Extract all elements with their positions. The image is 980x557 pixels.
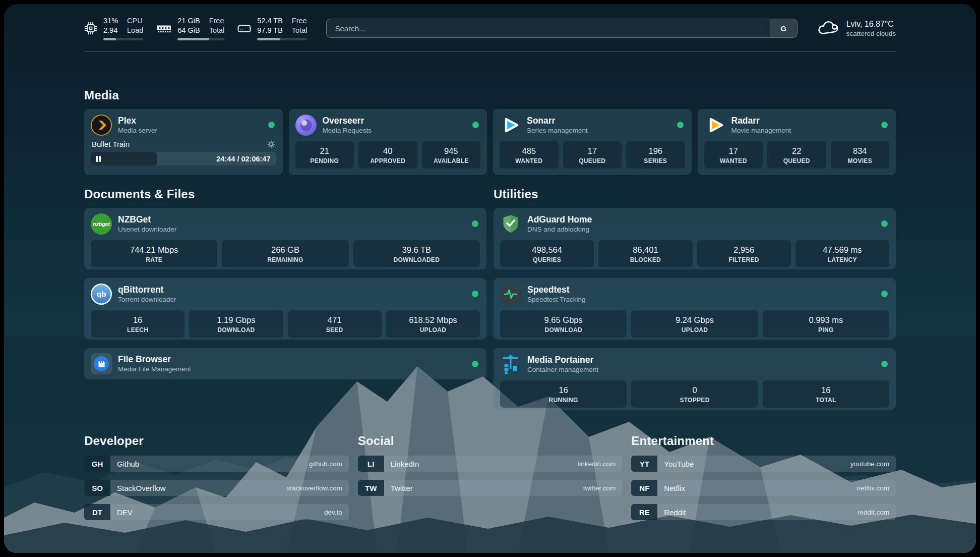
playback-progress-bar[interactable]: 24:44 / 02:06:47 [91,152,276,165]
cpu-load-label: Load [127,26,143,35]
bookmark-name: StackOverflow [117,484,166,492]
service-name: File Browser [118,354,191,365]
memory-free-value: 21 GiB [177,16,200,26]
stat-filtered: 2,956 FILTERED [697,240,791,267]
section-title-media: Media [84,88,896,102]
cpu-label: CPU [127,16,143,26]
stat-wanted: 17 WANTED [704,141,763,169]
memory-total-label: Total [209,26,225,35]
weather-condition: scattered clouds [846,29,896,38]
section-title-documents: Documents & Files [84,187,486,201]
card-nzbget[interactable]: nzbget NZBGet Usenet downloader 744.21 M… [84,208,486,269]
bookmark-netflix[interactable]: NF Netflix netflix.com [631,480,896,496]
card-qbittorrent[interactable]: qb qBittorrent Torrent downloader 16 LEE… [84,278,486,340]
stat-queries: 498,564 QUERIES [500,240,594,267]
service-name: qBittorrent [118,284,176,295]
bookmark-abbr: TW [358,480,384,496]
pause-icon[interactable] [96,156,101,162]
bookmark-name: Netflix [664,484,685,492]
cpu-widget: 31% 2.94 CPU Load [84,16,143,40]
disk-total-label: Total [292,26,308,35]
portainer-icon [500,354,521,375]
service-desc: Speedtest Tracking [527,295,586,304]
service-desc: Series management [527,126,588,135]
stat-stopped: 0 STOPPED [631,380,758,408]
top-bar: 31% 2.94 CPU Load [84,4,896,40]
now-playing-title: Bullet Train [92,140,130,148]
stat-pending: 21 PENDING [295,141,354,169]
disk-widget: 52.4 TB 97.9 TB Free Total [237,16,307,40]
stat-ping: 0.993 ms PING [763,310,889,338]
bookmark-twitter[interactable]: TW Twitter twitter.com [358,480,623,496]
service-desc: Media Requests [323,126,372,135]
card-adguard[interactable]: AdGuard Home DNS and adblocking 498,564 … [494,208,896,269]
card-sonarr[interactable]: Sonarr Series management 485 WANTED 17 Q… [493,109,692,175]
memory-total-value: 64 GiB [177,26,200,35]
bookmark-stackoverflow[interactable]: SO StackOverflow stackoverflow.com [84,480,349,496]
card-radarr[interactable]: Radarr Movie management 17 WANTED 22 QUE… [698,109,896,175]
stat-remaining: 266 GB REMAINING [222,240,348,267]
bookmark-abbr: NF [631,480,657,496]
service-name: NZBGet [118,214,176,225]
gear-icon[interactable] [267,140,275,148]
dashboard-screen: 31% 2.94 CPU Load [4,4,976,553]
memory-free-label: Free [209,16,225,26]
bookmark-github[interactable]: GH Github github.com [84,456,349,472]
disk-progress-track [257,38,307,40]
card-speedtest[interactable]: Speedtest Speedtest Tracking 9.65 Gbps D… [494,278,896,340]
bookmark-url: twitter.com [583,484,616,492]
stat-downloaded: 39.6 TB DOWNLOADED [353,240,480,267]
bookmark-linkedin[interactable]: LI LinkedIn linkedin.com [358,456,623,472]
stat-approved: 40 APPROVED [358,141,417,169]
filebrowser-icon [91,353,112,374]
search-input[interactable] [327,19,769,37]
service-desc: Movie management [731,126,791,135]
bookmark-url: stackoverflow.com [286,484,342,492]
sonarr-icon [500,115,521,136]
bookmark-abbr: YT [631,456,657,472]
card-plex[interactable]: Plex Media server Bullet Train [84,109,283,175]
bookmark-name: Github [117,460,139,468]
status-dot [881,291,888,297]
bookmark-reddit[interactable]: RE Reddit reddit.com [631,504,896,520]
stat-available: 945 AVAILABLE [422,141,481,169]
bookmark-dev[interactable]: DT DEV dev.to [84,504,349,520]
card-portainer[interactable]: Media Portainer Container management 16 … [494,348,896,410]
card-overseerr[interactable]: Overseerr Media Requests 21 PENDING 40 A… [289,109,487,175]
section-title-utilities: Utilities [494,187,896,201]
stat-download: 9.65 Gbps DOWNLOAD [500,310,627,338]
stat-series: 196 SERIES [626,141,685,169]
stat-upload: 618.52 Mbps UPLOAD [386,310,480,338]
status-dot [472,122,479,128]
status-dot [472,220,478,227]
card-filebrowser[interactable]: File Browser Media File Management [84,348,486,379]
bookmark-abbr: LI [358,456,384,472]
bookmark-abbr: SO [84,480,110,496]
section-title-entertainment: Entertainment [631,434,896,448]
status-dot [472,361,478,367]
playback-time: 24:44 / 02:06:47 [216,152,270,165]
status-dot [268,122,275,128]
bookmark-name: YouTube [664,460,694,468]
cpu-progress-track [103,38,143,40]
stat-wanted: 485 WANTED [500,141,559,169]
cpu-load-value: 2.94 [103,26,118,35]
service-name: Overseerr [323,115,372,126]
section-title-developer: Developer [84,434,349,448]
bookmark-youtube[interactable]: YT YouTube youtube.com [631,456,896,472]
qbittorrent-icon: qb [91,284,112,305]
weather-location-temp: Lviv, 16.87°C [846,19,896,29]
service-name: Plex [118,115,157,126]
memory-progress-track [177,38,224,40]
service-name: Sonarr [527,115,588,126]
service-desc: DNS and adblocking [527,225,592,234]
search-provider-button[interactable]: G [770,19,797,37]
service-name: Media Portainer [527,354,598,365]
service-name: AdGuard Home [527,214,592,225]
nzbget-icon: nzbget [91,213,112,235]
bookmark-name: Reddit [664,508,686,517]
stat-download: 1.19 Gbps DOWNLOAD [189,310,283,338]
stat-movies: 834 MOVIES [831,141,890,169]
memory-icon [156,23,171,33]
bookmark-abbr: GH [84,456,110,472]
